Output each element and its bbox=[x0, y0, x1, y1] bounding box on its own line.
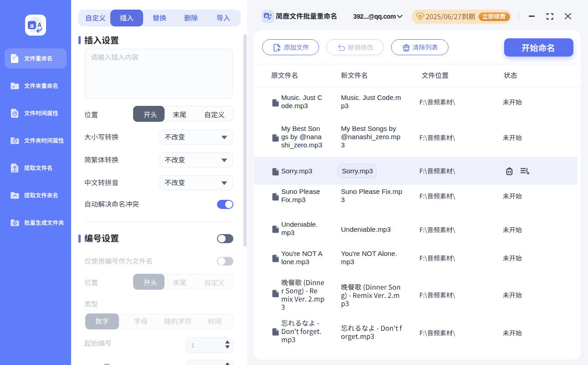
svg-text:A: A bbox=[269, 13, 272, 16]
svg-text:A: A bbox=[37, 22, 41, 28]
svg-text:a: a bbox=[265, 13, 268, 18]
svg-text:a: a bbox=[30, 21, 34, 29]
